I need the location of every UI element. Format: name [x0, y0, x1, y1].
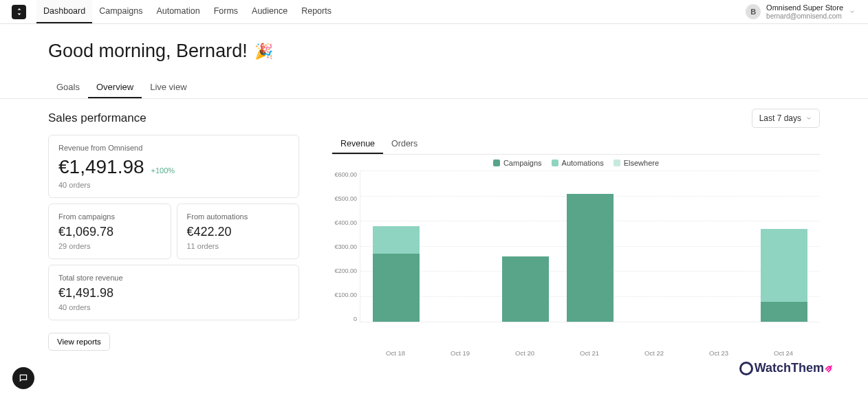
chevron-down-icon: [805, 115, 812, 122]
account-menu[interactable]: B Omnisend Super Store bernard@omnisend.…: [746, 3, 861, 20]
card-value: €1,491.98: [58, 286, 289, 300]
y-tick: €100.00: [334, 292, 357, 298]
x-tick: Oct 18: [372, 349, 419, 357]
bar-oct-19[interactable]: [437, 171, 484, 322]
bar-seg-campaigns: [761, 302, 807, 322]
account-email: bernard@omnisend.com: [766, 12, 843, 21]
card-label: Total store revenue: [58, 274, 289, 282]
card-total-store-revenue: Total store revenue €1,491.98 40 orders: [48, 265, 299, 320]
y-tick: €200.00: [334, 267, 357, 274]
card-delta: +100%: [151, 166, 175, 175]
chart-tab-revenue[interactable]: Revenue: [332, 135, 383, 154]
bar-oct-20[interactable]: [502, 171, 549, 322]
swatch-icon: [493, 160, 500, 166]
x-axis: Oct 18Oct 19Oct 20Oct 21Oct 22Oct 23Oct …: [332, 346, 820, 357]
swatch-icon: [614, 160, 620, 166]
logo-icon: [15, 8, 23, 16]
chat-button[interactable]: [12, 367, 34, 389]
chart-panel: Revenue Orders Campaigns Automations Els…: [332, 135, 820, 357]
bar-oct-21[interactable]: [567, 171, 614, 322]
card-sub: 29 orders: [58, 242, 161, 250]
card-sub: 40 orders: [58, 181, 289, 189]
card-label: From automations: [187, 212, 290, 221]
rss-icon: ⋔: [823, 362, 836, 375]
card-value: €1,069.78: [58, 225, 161, 239]
y-tick: €300.00: [334, 243, 357, 250]
nav-forms[interactable]: Forms: [207, 0, 245, 23]
y-tick: €600.00: [334, 171, 357, 178]
account-text: Omnisend Super Store bernard@omnisend.co…: [766, 3, 843, 20]
x-tick: Oct 24: [760, 349, 807, 357]
party-icon: 🎉: [254, 43, 273, 60]
card-label: From campaigns: [58, 212, 161, 221]
legend-label: Campaigns: [503, 159, 542, 167]
nav-campaigns[interactable]: Campaigns: [92, 0, 149, 23]
bar-oct-24[interactable]: [761, 171, 807, 322]
x-tick: Oct 23: [695, 349, 742, 357]
bar-seg-automations: [373, 226, 420, 254]
card-sub: 40 orders: [58, 303, 289, 311]
card-from-campaigns: From campaigns €1,069.78 29 orders: [48, 204, 171, 259]
y-tick: €400.00: [334, 219, 357, 226]
chart-tabs: Revenue Orders: [332, 135, 820, 155]
greeting: Good morning, Bernard! 🎉: [0, 24, 868, 70]
y-axis: €600.00€500.00€400.00€300.00€200.00€100.…: [332, 171, 360, 322]
legend-automations: Automations: [552, 159, 604, 167]
y-tick: €500.00: [334, 195, 357, 202]
card-revenue-omnisend: Revenue from Omnisend €1,491.98 +100% 40…: [48, 135, 299, 198]
bar-oct-22[interactable]: [631, 171, 678, 322]
bar-seg-campaigns: [567, 194, 614, 322]
x-tick: Oct 22: [631, 349, 677, 357]
plot: [360, 171, 820, 322]
chart-tab-orders[interactable]: Orders: [383, 135, 426, 154]
nav-dashboard[interactable]: Dashboard: [36, 0, 92, 23]
section-header: Sales performance Last 7 days: [0, 99, 868, 135]
main: Revenue from Omnisend €1,491.98 +100% 40…: [0, 135, 868, 357]
nav-automation[interactable]: Automation: [149, 0, 206, 23]
card-sub: 11 orders: [187, 242, 290, 250]
account-name: Omnisend Super Store: [766, 3, 843, 12]
x-tick: Oct 20: [501, 349, 548, 357]
watermark-text: WatchThem: [755, 361, 824, 375]
subtab-live-view[interactable]: Live view: [142, 77, 195, 98]
nav-audience[interactable]: Audience: [245, 0, 294, 23]
metric-cards: Revenue from Omnisend €1,491.98 +100% 40…: [48, 135, 299, 357]
app-header: Dashboard Campaigns Automation Forms Aud…: [0, 0, 868, 24]
bar-oct-23[interactable]: [696, 171, 743, 322]
subtab-overview[interactable]: Overview: [88, 77, 142, 98]
greeting-text: Good morning, Bernard!: [48, 41, 248, 62]
x-tick: Oct 19: [437, 349, 484, 357]
y-tick: 0: [354, 316, 357, 322]
watermark: WatchThem ⋔: [739, 361, 834, 375]
chevron-down-icon: [849, 8, 856, 15]
watermark-icon: [739, 362, 753, 375]
section-title: Sales performance: [48, 111, 147, 125]
legend-label: Automations: [562, 159, 604, 167]
bar-seg-campaigns: [373, 254, 420, 322]
chat-icon: [19, 373, 28, 383]
card-value: €1,491.98: [58, 156, 144, 178]
swatch-icon: [552, 160, 558, 166]
view-reports-button[interactable]: View reports: [48, 333, 110, 351]
legend-label: Elsewhere: [624, 159, 659, 167]
x-tick: Oct 21: [566, 349, 613, 357]
chart-area: €600.00€500.00€400.00€300.00€200.00€100.…: [332, 171, 820, 346]
bar-seg-campaigns: [502, 256, 549, 322]
app-logo[interactable]: [12, 5, 26, 19]
nav-reports[interactable]: Reports: [294, 0, 338, 23]
chart-legend: Campaigns Automations Elsewhere: [332, 155, 820, 171]
period-select[interactable]: Last 7 days: [752, 109, 820, 128]
main-nav: Dashboard Campaigns Automation Forms Aud…: [36, 0, 338, 23]
legend-campaigns: Campaigns: [493, 159, 542, 167]
avatar: B: [746, 4, 761, 19]
bar-seg-automations: [761, 229, 807, 302]
dashboard-subtabs: Goals Overview Live view: [0, 70, 868, 99]
subtab-goals[interactable]: Goals: [48, 77, 88, 98]
bar-oct-18[interactable]: [373, 171, 420, 322]
card-value: €422.20: [187, 225, 290, 239]
legend-elsewhere: Elsewhere: [614, 159, 659, 167]
card-from-automations: From automations €422.20 11 orders: [177, 204, 300, 259]
card-label: Revenue from Omnisend: [58, 144, 289, 152]
period-label: Last 7 days: [759, 113, 801, 123]
